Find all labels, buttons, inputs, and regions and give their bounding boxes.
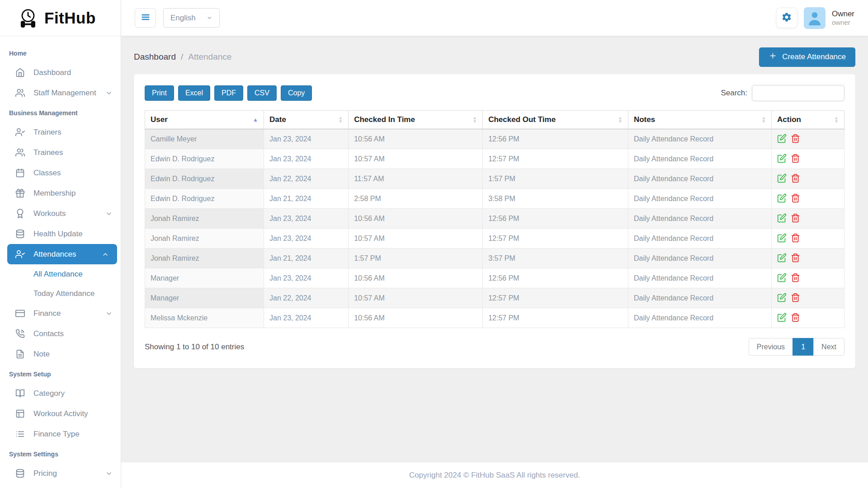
sidebar-item-health-update[interactable]: Health Update bbox=[0, 224, 121, 244]
column-header-date[interactable]: Date▲▼ bbox=[264, 111, 348, 129]
checked-out-cell: 12:57 PM bbox=[483, 288, 628, 308]
sidebar-item-finance[interactable]: Finance bbox=[0, 303, 121, 324]
pagination-previous[interactable]: Previous bbox=[749, 338, 793, 356]
avatar[interactable] bbox=[804, 7, 826, 29]
print-export-button[interactable]: Print bbox=[145, 85, 174, 101]
menu-toggle-button[interactable] bbox=[135, 8, 156, 28]
csv-export-button[interactable]: CSV bbox=[247, 85, 277, 101]
notes-cell: Daily Attendance Record bbox=[628, 229, 771, 249]
edit-button[interactable] bbox=[777, 134, 787, 145]
edit-button[interactable] bbox=[777, 313, 787, 324]
delete-button[interactable] bbox=[791, 313, 800, 324]
pdf-export-button[interactable]: PDF bbox=[214, 85, 243, 101]
language-value: English bbox=[170, 14, 196, 23]
delete-button[interactable] bbox=[791, 273, 800, 284]
column-header-action[interactable]: Action▲▼ bbox=[772, 111, 844, 129]
layout-icon bbox=[15, 409, 25, 418]
trash-icon bbox=[791, 273, 800, 284]
date-cell: Jan 23, 2024 bbox=[264, 229, 348, 249]
sidebar-item-contacts[interactable]: Contacts bbox=[0, 324, 121, 344]
edit-button[interactable] bbox=[777, 273, 787, 284]
notes-cell: Daily Attendance Record bbox=[628, 169, 771, 189]
delete-button[interactable] bbox=[791, 154, 800, 164]
sidebar-item-trainees[interactable]: Trainees bbox=[0, 142, 121, 163]
action-cell bbox=[772, 288, 844, 308]
sidebar-item-label: Pricing bbox=[33, 469, 57, 478]
sidebar-item-staff-management[interactable]: Staff Management bbox=[0, 83, 121, 103]
column-header-checked-out-time[interactable]: Checked Out Time▲▼ bbox=[483, 111, 628, 129]
sidebar-item-trainers[interactable]: Trainers bbox=[0, 122, 121, 142]
table-row-8: ManagerJan 23, 202410:56 AM12:56 PMDaily… bbox=[145, 268, 844, 288]
sidebar-section-system-setup: System Setup bbox=[0, 364, 121, 383]
create-attendance-button[interactable]: Create Attendance bbox=[759, 47, 855, 67]
export-button-group: PrintExcelPDFCSVCopy bbox=[145, 85, 312, 101]
sidebar-item-pricing[interactable]: Pricing bbox=[0, 463, 121, 483]
entries-info: Showing 1 to 10 of 10 entries bbox=[145, 343, 244, 352]
sidebar-subitem-today-attendance[interactable]: Today Attendance bbox=[0, 284, 121, 303]
sidebar-item-label: Membership bbox=[33, 189, 76, 198]
breadcrumb: Dashboard / Attendance bbox=[134, 52, 231, 62]
checked-out-cell: 1:57 PM bbox=[483, 169, 628, 189]
search-input[interactable] bbox=[752, 85, 844, 101]
action-cell bbox=[772, 308, 844, 328]
delete-button[interactable] bbox=[791, 253, 800, 264]
column-header-notes[interactable]: Notes▲▼ bbox=[628, 111, 771, 129]
brand-logo[interactable]: FitHub bbox=[0, 0, 121, 36]
action-cell bbox=[772, 209, 844, 229]
date-cell: Jan 22, 2024 bbox=[264, 288, 348, 308]
column-label: Date bbox=[269, 115, 286, 124]
table-row-4: Edwin D. RodriguezJan 21, 20242:58 PM3:5… bbox=[145, 189, 844, 209]
pagination-next[interactable]: Next bbox=[813, 338, 844, 356]
copyright-text: Copyright 2024 © FitHub SaaS All rights … bbox=[409, 471, 580, 480]
sidebar-item-category[interactable]: Category bbox=[0, 383, 121, 404]
sidebar-subitem-all-attendance[interactable]: All Attendance bbox=[0, 264, 121, 284]
settings-button[interactable] bbox=[776, 8, 797, 28]
database-icon bbox=[15, 469, 25, 478]
sidebar-item-partial[interactable] bbox=[0, 483, 121, 488]
checked-in-cell: 10:56 AM bbox=[349, 308, 483, 328]
app-root: FitHub HomeDashboardStaff ManagementBusi… bbox=[0, 0, 868, 488]
delete-button[interactable] bbox=[791, 193, 800, 204]
sidebar-item-attendances[interactable]: Attendances bbox=[7, 244, 117, 264]
user-cell: Camille Meyer bbox=[145, 129, 264, 149]
user-cell: Edwin D. Rodriguez bbox=[145, 169, 264, 189]
search-label: Search: bbox=[721, 89, 747, 98]
edit-button[interactable] bbox=[777, 233, 787, 244]
notes-cell: Daily Attendance Record bbox=[628, 268, 771, 288]
column-header-user[interactable]: User▲ bbox=[145, 111, 264, 129]
excel-export-button[interactable]: Excel bbox=[178, 85, 210, 101]
sidebar-item-membership[interactable]: Membership bbox=[0, 183, 121, 203]
pagination-page-1[interactable]: 1 bbox=[793, 338, 814, 356]
edit-button[interactable] bbox=[777, 174, 787, 184]
language-dropdown[interactable]: English bbox=[163, 8, 220, 28]
sidebar-item-dashboard[interactable]: Dashboard bbox=[0, 62, 121, 83]
checked-in-cell: 10:56 AM bbox=[349, 129, 483, 149]
column-header-checked-in-time[interactable]: Checked In Time▲▼ bbox=[349, 111, 483, 129]
sidebar-item-finance-type[interactable]: Finance Type bbox=[0, 424, 121, 444]
edit-button[interactable] bbox=[777, 293, 787, 304]
table-row-2: Edwin D. RodriguezJan 23, 202410:57 AM12… bbox=[145, 149, 844, 169]
book-open-icon bbox=[15, 389, 25, 398]
edit-icon bbox=[777, 233, 787, 244]
delete-button[interactable] bbox=[791, 174, 800, 184]
checked-out-cell: 12:57 PM bbox=[483, 308, 628, 328]
edit-button[interactable] bbox=[777, 213, 787, 224]
delete-button[interactable] bbox=[791, 233, 800, 244]
delete-button[interactable] bbox=[791, 293, 800, 304]
column-label: User bbox=[151, 115, 168, 124]
trash-icon bbox=[791, 293, 800, 304]
sidebar-item-workouts[interactable]: Workouts bbox=[0, 203, 121, 224]
edit-icon bbox=[777, 213, 787, 224]
copy-export-button[interactable]: Copy bbox=[281, 85, 312, 101]
sidebar-item-classes[interactable]: Classes bbox=[0, 163, 121, 183]
edit-button[interactable] bbox=[777, 253, 787, 264]
table-row-9: ManagerJan 22, 202410:57 AM12:57 PMDaily… bbox=[145, 288, 844, 308]
edit-button[interactable] bbox=[777, 154, 787, 164]
sidebar-item-note[interactable]: Note bbox=[0, 344, 121, 364]
delete-button[interactable] bbox=[791, 134, 800, 145]
breadcrumb-dashboard[interactable]: Dashboard bbox=[134, 52, 176, 62]
checked-in-cell: 1:57 PM bbox=[349, 249, 483, 268]
sidebar-item-workout-activity[interactable]: Workout Activity bbox=[0, 404, 121, 424]
edit-button[interactable] bbox=[777, 193, 787, 204]
delete-button[interactable] bbox=[791, 213, 800, 224]
